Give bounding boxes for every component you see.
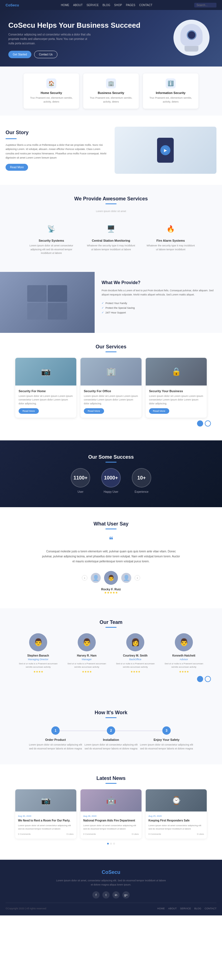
our-story-content: Our Story Aupteteur liberis a urna molli…: [6, 127, 216, 174]
hero-content: CoSecu Helps Your Business Succeed Conse…: [8, 21, 214, 58]
testimonial-prev-button[interactable]: ‹: [82, 575, 88, 581]
footer-links: HOME ABOUT SERVICE BLOG CONTACT: [157, 907, 216, 910]
nav-blog[interactable]: BLOG: [103, 3, 110, 6]
social-google[interactable]: g+: [122, 891, 129, 899]
story-read-more-button[interactable]: Read More: [6, 164, 28, 171]
step-3: 3 Enjoy Your Safety Lorem ipsum dolor si…: [139, 726, 194, 751]
news-footer-1: 0 Comments 0 Likes: [83, 833, 139, 835]
social-facebook[interactable]: f: [93, 891, 100, 899]
news-comments-1: 0 Comments: [83, 833, 96, 835]
step-2-num: 2: [107, 726, 115, 735]
os-office-read-more[interactable]: Read More: [84, 408, 104, 414]
fire-alarm-icon: 🔥: [164, 225, 177, 236]
our-story-section: Our Story Aupteteur liberis a urna molli…: [0, 116, 222, 185]
team-member-3: 👨 Kenneth Hatchett Advisor Sed ut ur nul…: [162, 633, 206, 673]
step-2: 2 Installation Lorem ipsum dolor sit con…: [83, 726, 139, 751]
get-started-button[interactable]: Get Started: [8, 51, 31, 58]
os-card-office-body: Security For Office Lorem ipsum dolor si…: [80, 385, 142, 418]
team-member-0: 👨 Stephen Banach Managing Director Sed u…: [16, 633, 61, 673]
awesome-services-title: We Provide Awesome Services: [6, 196, 216, 202]
how-title: How It's Work: [6, 710, 216, 716]
business-security-title: Business Security: [87, 91, 135, 94]
success-divider: [105, 462, 117, 463]
services-next-dot[interactable]: [205, 420, 211, 426]
services-navigation-dots: [6, 418, 216, 429]
news-date-0: Aug 30, 2020: [18, 815, 73, 817]
contact-us-button[interactable]: Contact Us: [34, 51, 57, 58]
check-icon-1: ✓: [102, 302, 104, 305]
security-systems-icon: 📡: [45, 225, 58, 236]
os-business-desc: Lorem ipsum dolor sit Lorem ipsum Lorem …: [149, 395, 203, 406]
nav-pages[interactable]: PAGES: [126, 3, 136, 6]
services-prev-dot[interactable]: [197, 420, 203, 426]
step-1-num: 1: [51, 726, 60, 735]
team-desc-1: Sed ut ur nulla is a Praesent accumsan s…: [65, 662, 109, 669]
stat-happy-user-circle: 1000+: [101, 468, 121, 487]
os-home-title: Security For Home: [19, 390, 73, 393]
info-security-icon: ℹ️: [166, 78, 176, 88]
os-home-desc: Lorem ipsum dolor sit Lorem ipsum Lorem …: [19, 395, 73, 406]
step-2-title: Installation: [83, 738, 139, 741]
fire-alarm-desc: Whatever the security type it may incidi…: [146, 244, 195, 251]
service-card-home: 🏠 Home Security Truc Praesent est, eleme…: [24, 73, 79, 109]
services-grid: 📡 Security Systems Lorem ipsum dolor sit…: [6, 220, 216, 261]
nav-about[interactable]: ABOUT: [73, 3, 82, 6]
team-prev-dot[interactable]: [197, 676, 203, 682]
search-input[interactable]: [194, 3, 216, 8]
footer-link-about[interactable]: ABOUT: [168, 907, 177, 910]
os-home-read-more[interactable]: Read More: [19, 408, 39, 414]
nav-contact[interactable]: CONTACT: [139, 3, 152, 6]
awesome-services-subtitle: Lorem ipsum dolor sit amet: [6, 210, 216, 213]
footer-link-service[interactable]: SERVICE: [180, 907, 191, 910]
team-next-dot[interactable]: [205, 676, 211, 682]
team-stars-2: ★★★★: [113, 670, 158, 673]
how-divider: [105, 717, 117, 718]
os-office-title: Security For Office: [84, 390, 138, 393]
footer-logo: CoSecu: [6, 869, 216, 875]
news-body-0: Aug 30, 2020 We Need to Rent a Room For …: [15, 811, 76, 838]
news-page-3[interactable]: [113, 843, 115, 845]
news-grid: 📷 Aug 30, 2020 We Need to Rent a Room Fo…: [6, 789, 216, 838]
stat-experience-label: Experience: [132, 490, 151, 493]
social-linkedin[interactable]: in: [112, 891, 120, 899]
hero-description: Consectetur adipiscing sed ut consectetu…: [8, 32, 91, 46]
our-services-section: Our Services 📷 Security For Home Lorem i…: [0, 333, 222, 441]
team-role-2: BackOffice: [113, 658, 158, 661]
footer-link-blog[interactable]: BLOG: [194, 907, 201, 910]
success-section: Our Some Success 1100+ User 1000+ Happy …: [0, 441, 222, 507]
security-systems-desc: Lorem ipsum dolor sit amet consectetur a…: [27, 244, 76, 255]
news-page-1[interactable]: [107, 843, 109, 845]
hero-buttons: Get Started Contact Us: [8, 51, 214, 58]
news-body-1: Aug 28, 2020 National Program Aids Fire …: [80, 811, 142, 838]
step-3-title: Enjoy Your Safety: [139, 738, 194, 741]
footer: CoSecu Lorem ipsum dolor sit amet, conse…: [0, 860, 222, 915]
nav-service[interactable]: SERVICE: [86, 3, 99, 6]
fire-alarm-title: Fire Alarm Systems: [146, 239, 195, 242]
team-member-1: 👨 Harvey R. Ham Manager Sed ut ur nulla …: [65, 633, 109, 673]
testimonial-section: What User Say ❝ Consequat molestie justo…: [0, 507, 222, 608]
social-twitter[interactable]: t: [102, 891, 110, 899]
stat-experience: 10+ Experience: [132, 468, 151, 493]
business-security-icon: 🏢: [106, 78, 116, 88]
team-avatar-1: 👨: [78, 633, 96, 651]
story-title: Our Story: [6, 130, 108, 135]
provide-list-item-3: ✓ 24/7 Hour Support: [102, 310, 215, 315]
footer-copyright: ©Copyright 2020 | All rights reserved: [6, 907, 46, 910]
os-business-read-more[interactable]: Read More: [149, 408, 169, 414]
team-role-3: Advisor: [162, 658, 206, 661]
nav-home[interactable]: HOME: [61, 3, 69, 6]
nav-shop[interactable]: SHOP: [114, 3, 122, 6]
latest-news-section: Latest News 📷 Aug 30, 2020 We Need to Re…: [0, 764, 222, 860]
footer-link-contact[interactable]: CONTACT: [204, 907, 216, 910]
nav-logo: CoSecu: [6, 3, 19, 7]
steps-row: 1 Order Product Lorem ipsum dolor sit co…: [6, 726, 216, 751]
footer-link-home[interactable]: HOME: [157, 907, 165, 910]
footer-bottom: ©Copyright 2020 | All rights reserved HO…: [6, 907, 216, 910]
os-office-desc: Lorem ipsum dolor sit Lorem ipsum Lorem …: [84, 395, 138, 406]
testimonial-next-button[interactable]: ›: [134, 575, 140, 581]
news-desc-1: Lorem ipsum dolor sit amet consectetur a…: [83, 824, 139, 830]
news-date-2: Aug 25, 2020: [149, 815, 204, 817]
news-divider: [105, 783, 117, 784]
news-page-2[interactable]: [110, 843, 112, 845]
team-desc-3: Sed ut ur nulla is a Praesent accumsan s…: [162, 662, 206, 669]
